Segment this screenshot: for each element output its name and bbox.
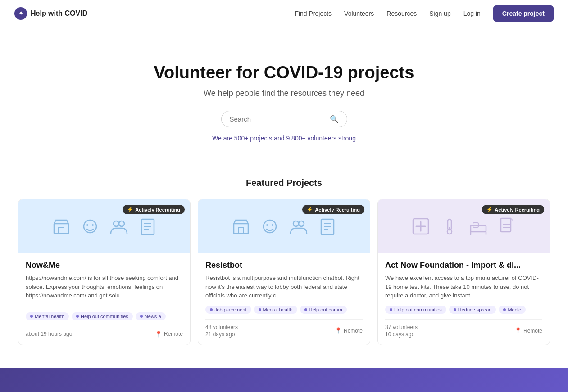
featured-section: Featured Projects ⚡ Actively Recruiting [0, 169, 568, 363]
store-icon [51, 216, 71, 236]
card-tags-nowandme: Mental health Help out communities News … [26, 312, 183, 320]
svg-point-17 [299, 221, 304, 226]
svg-point-6 [119, 221, 124, 226]
recruiting-badge-2: ⚡ Actively Recruiting [302, 205, 364, 214]
nav-login[interactable]: Log in [463, 10, 481, 17]
hero-title: Volunteer for COVID-19 projects [9, 63, 559, 82]
hero-section: Volunteer for COVID-19 projects We help … [0, 27, 568, 169]
create-project-button[interactable]: Create project [493, 5, 554, 22]
group-icon-2 [289, 216, 309, 236]
card-desc-nowandme: https://nowandme.com/ is for all those s… [26, 274, 183, 307]
thermometer-icon [440, 216, 459, 236]
svg-point-14 [266, 224, 268, 226]
card-footer-resistbot: 48 volunteers 21 days ago 📍 Remote [205, 319, 363, 338]
card-body-actnow: Act Now Foundation - Import & di... We h… [378, 253, 550, 345]
svg-point-16 [293, 221, 299, 226]
tag-medic[interactable]: Medic [499, 306, 525, 314]
svg-rect-0 [54, 224, 68, 234]
cross-icon [411, 216, 431, 236]
logo[interactable]: ✦ Help with COVID [14, 7, 87, 20]
card-tags-actnow: Help out communities Reduce spread Medic [385, 306, 542, 314]
tag-mental-health-1[interactable]: Mental health [26, 312, 69, 320]
card-volunteers-actnow: 37 volunteers 10 days ago [385, 324, 418, 338]
bottom-wave [0, 368, 568, 392]
logo-icon: ✦ [14, 7, 27, 20]
face-icon-2 [260, 216, 280, 236]
tag-job-placement[interactable]: Job placement [205, 306, 251, 314]
search-icon: 🔍 [330, 115, 339, 123]
location-icon-1: 📍 [155, 331, 162, 338]
card-tags-resistbot: Job placement Mental health Help out com… [205, 306, 363, 314]
card-desc-resistbot: Resistbot is a multipurpose and multifun… [205, 274, 363, 300]
svg-point-3 [86, 224, 88, 226]
book-icon [138, 216, 158, 236]
card-title-nowandme: Now&Me [26, 261, 183, 270]
card-time-nowandme: about 19 hours ago [26, 331, 72, 337]
bolt-icon-3: ⚡ [486, 207, 493, 212]
hero-stats[interactable]: We are 500+ projects and 9,800+ voluntee… [9, 135, 559, 142]
nav-volunteers[interactable]: Volunteers [344, 10, 374, 17]
card-location-resistbot: 📍 Remote [335, 327, 363, 334]
card-body-resistbot: Resistbot Resistbot is a multipurpose an… [198, 253, 370, 345]
nav-links: Find Projects Volunteers Resources Sign … [295, 5, 554, 22]
bolt-icon-2: ⚡ [307, 207, 313, 212]
nav-signup[interactable]: Sign up [429, 10, 450, 17]
nav-resources[interactable]: Resources [386, 10, 417, 17]
cards-grid: ⚡ Actively Recruiting [14, 199, 554, 345]
card-banner-resistbot: ⚡ Actively Recruiting [198, 199, 370, 253]
svg-point-4 [92, 224, 94, 226]
recruiting-badge-3: ⚡ Actively Recruiting [482, 205, 544, 214]
search-input[interactable] [230, 115, 330, 123]
card-location-nowandme: 📍 Remote [155, 331, 183, 338]
banner-icons-3 [411, 216, 517, 236]
recruiting-badge-1: ⚡ Actively Recruiting [123, 205, 185, 214]
hero-subtitle: We help people find the resources they n… [9, 89, 559, 98]
store-icon-2 [231, 216, 251, 236]
document-icon [497, 216, 517, 236]
svg-point-5 [114, 221, 119, 226]
card-title-resistbot: Resistbot [205, 261, 363, 270]
card-actnow: ⚡ Actively Recruiting [377, 199, 550, 345]
book-icon-2 [318, 216, 337, 236]
banner-icons-2 [231, 216, 337, 236]
card-location-actnow: 📍 Remote [514, 327, 542, 334]
search-bar: 🔍 [221, 111, 347, 127]
banner-icons-1 [51, 216, 158, 236]
tag-help-communities-1[interactable]: Help out communities [72, 312, 133, 320]
tag-reduce-spread[interactable]: Reduce spread [449, 306, 496, 314]
nav-find-projects[interactable]: Find Projects [295, 10, 332, 17]
logo-text: Help with COVID [31, 9, 87, 18]
face-icon [80, 216, 100, 236]
card-footer-actnow: 37 volunteers 10 days ago 📍 Remote [385, 319, 542, 338]
tag-help-comm-2[interactable]: Help out comm [300, 306, 347, 314]
tag-help-communities-3[interactable]: Help out communities [385, 306, 446, 314]
card-nowandme: ⚡ Actively Recruiting [18, 199, 191, 345]
svg-point-15 [272, 224, 273, 226]
card-footer-nowandme: about 19 hours ago 📍 Remote [26, 326, 183, 338]
group-icon [109, 216, 129, 236]
navbar: ✦ Help with COVID Find Projects Voluntee… [0, 0, 568, 27]
tag-news-1[interactable]: News a [136, 312, 166, 320]
tag-mental-health-2[interactable]: Mental health [254, 306, 297, 314]
card-desc-actnow: We have excellent access to a top manufa… [385, 274, 542, 300]
card-resistbot: ⚡ Actively Recruiting [198, 199, 370, 345]
card-banner-actnow: ⚡ Actively Recruiting [378, 199, 550, 253]
bolt-icon-1: ⚡ [127, 207, 133, 212]
card-body-nowandme: Now&Me https://nowandme.com/ is for all … [18, 253, 190, 345]
svg-rect-11 [234, 224, 248, 234]
location-icon-3: 📍 [514, 327, 522, 334]
svg-rect-12 [238, 227, 244, 234]
card-volunteers-resistbot: 48 volunteers 21 days ago [205, 324, 238, 338]
card-title-actnow: Act Now Foundation - Import & di... [385, 261, 542, 270]
featured-title: Featured Projects [14, 178, 554, 188]
card-banner-nowandme: ⚡ Actively Recruiting [18, 199, 190, 253]
svg-rect-1 [59, 227, 64, 234]
bed-icon [468, 216, 488, 236]
location-icon-2: 📍 [335, 327, 342, 334]
